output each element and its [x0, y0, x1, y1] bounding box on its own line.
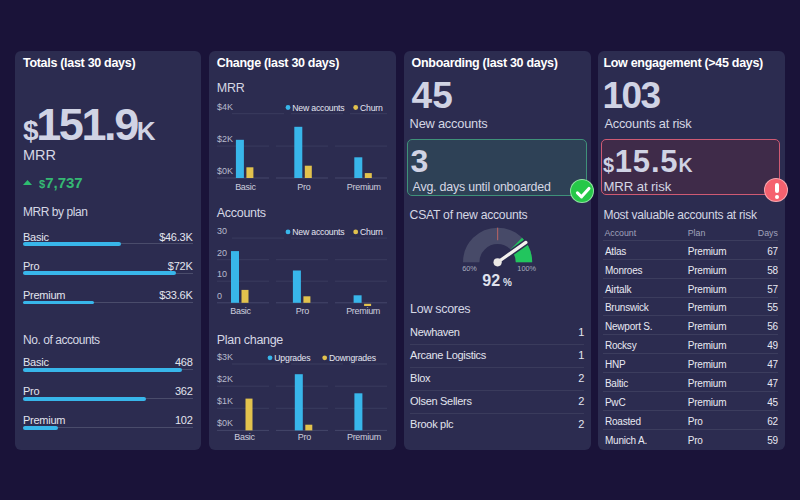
- svg-text:Upgrades: Upgrades: [274, 353, 311, 363]
- svg-text:$1K: $1K: [217, 396, 233, 406]
- svg-text:20: 20: [217, 248, 227, 258]
- svg-text:Pro: Pro: [298, 432, 311, 442]
- svg-text:10: 10: [217, 269, 227, 279]
- svg-text:Premium: Premium: [347, 432, 381, 442]
- svg-text:$0K: $0K: [217, 418, 233, 428]
- svg-text:Premium: Premium: [346, 306, 380, 316]
- svg-text:New accounts: New accounts: [292, 227, 345, 237]
- svg-text:$0K: $0K: [217, 166, 233, 176]
- svg-text:$4K: $4K: [217, 102, 233, 112]
- svg-text:Basic: Basic: [234, 432, 255, 442]
- svg-text:Premium: Premium: [347, 182, 381, 192]
- svg-text:New accounts: New accounts: [292, 103, 345, 113]
- svg-text:Basic: Basic: [235, 182, 256, 192]
- svg-text:Pro: Pro: [297, 182, 310, 192]
- svg-text:0: 0: [217, 291, 222, 301]
- svg-text:Downgrades: Downgrades: [329, 353, 377, 363]
- svg-text:Pro: Pro: [296, 306, 309, 316]
- svg-text:$3K: $3K: [217, 352, 233, 362]
- svg-text:30: 30: [217, 226, 227, 236]
- svg-text:Churn: Churn: [360, 103, 383, 113]
- svg-text:Churn: Churn: [360, 227, 383, 237]
- svg-text:Basic: Basic: [230, 306, 251, 316]
- svg-text:$2K: $2K: [217, 374, 233, 384]
- svg-text:$2K: $2K: [217, 134, 233, 144]
